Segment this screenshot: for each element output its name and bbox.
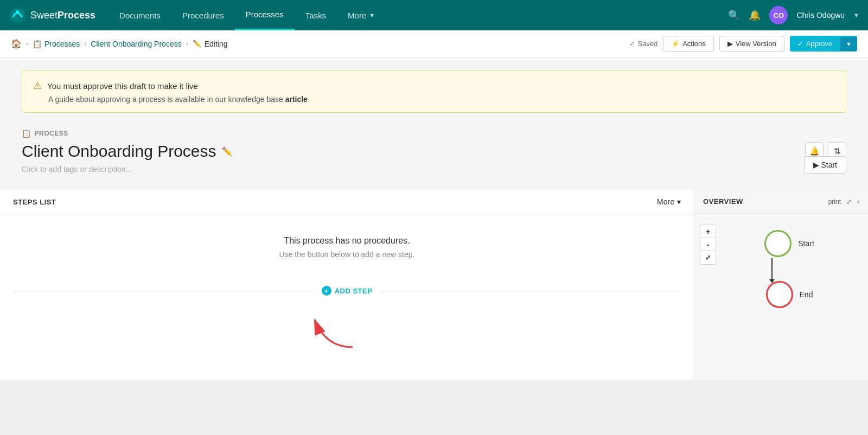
add-step-right-line [381, 291, 681, 291]
end-node: End [766, 281, 813, 308]
nav-more[interactable]: More▼ [337, 0, 386, 30]
overview-fullscreen-button[interactable]: ⤢ [846, 198, 852, 206]
nav-menu: Documents Procedures Processes Tasks Mor… [108, 0, 728, 30]
steps-list-panel: STEPS LIST More ▾ This process has no pr… [0, 190, 694, 380]
overview-header-actions: print ⤢ › [828, 198, 859, 206]
zoom-in-button[interactable]: + [700, 225, 716, 238]
process-header: ⚠ You must approve this draft to make it… [0, 57, 868, 190]
nav-right-section: 🔍 🔔 CO Chris Odogwu ▼ [728, 6, 868, 24]
diagram-connector [772, 257, 773, 281]
steps-empty-subtitle: Use the button below to add a new step. [11, 250, 683, 259]
notifications-button[interactable]: 🔔 [749, 9, 761, 21]
logo[interactable]: SweetProcess [9, 7, 95, 24]
overview-diagram: + - ⤢ Start End [694, 214, 868, 324]
add-step-row: + ADD STEP [0, 275, 694, 306]
nav-documents[interactable]: Documents [108, 0, 171, 30]
steps-more-button[interactable]: More ▾ [657, 197, 681, 206]
nav-tasks[interactable]: Tasks [295, 0, 337, 30]
diagram-nodes: Start End [764, 225, 814, 314]
steps-empty-state: This process has no procedures. Use the … [0, 214, 694, 270]
start-node: Start [764, 230, 814, 257]
breadcrumb-sep-1: › [26, 40, 28, 48]
zoom-out-button[interactable]: - [700, 238, 716, 251]
approve-check-icon: ✓ [797, 40, 803, 48]
steps-list-header: STEPS LIST More ▾ [0, 190, 694, 214]
breadcrumb-sep-3: › [186, 40, 188, 48]
breadcrumb-bar: 🏠 › 📋 Processes › Client Onboarding Proc… [0, 30, 868, 57]
overview-title: OVERVIEW [703, 197, 743, 206]
processes-breadcrumb[interactable]: 📋 Processes [33, 40, 80, 48]
start-label: Start [798, 239, 814, 248]
zoom-fullscreen-button[interactable]: ⤢ [700, 251, 716, 264]
search-button[interactable]: 🔍 [728, 9, 740, 21]
process-title-row: Client Onboarding Process ✏️ 🔔 ⇅ [22, 142, 846, 161]
view-version-icon: ▶ [727, 40, 733, 48]
breadcrumb-editing: ✏️ Editing [193, 40, 228, 48]
home-breadcrumb[interactable]: 🏠 [11, 39, 22, 49]
start-process-button[interactable]: ▶ Start [804, 156, 846, 174]
process-label-icon: 📋 [22, 129, 31, 138]
editing-icon: ✏️ [193, 40, 201, 48]
warning-banner: ⚠ You must approve this draft to make it… [22, 71, 846, 113]
process-title-edit-icon[interactable]: ✏️ [222, 146, 233, 157]
overview-panel: OVERVIEW print ⤢ › + - ⤢ [694, 190, 868, 380]
add-step-left-line [13, 291, 313, 291]
warning-article-link[interactable]: article [285, 95, 308, 104]
add-step-button[interactable]: + ADD STEP [313, 286, 381, 296]
steps-empty-title: This process has no procedures. [11, 236, 683, 246]
end-circle [766, 281, 793, 308]
breadcrumb-actions: ✓ Saved ⚡ Actions ▶ View Version ✓ Appro… [629, 36, 857, 52]
actions-button[interactable]: ⚡ Actions [663, 36, 714, 52]
saved-check-icon: ✓ [629, 40, 635, 48]
process-type-label: 📋 PROCESS [22, 129, 846, 138]
end-label: End [800, 290, 813, 299]
zoom-controls: + - ⤢ [700, 225, 716, 265]
nav-processes[interactable]: Processes [235, 0, 295, 30]
main-content: ⚠ You must approve this draft to make it… [0, 57, 868, 380]
breadcrumb-sep-2: › [84, 40, 86, 48]
add-step-plus-icon: + [322, 286, 331, 296]
svg-point-1 [16, 10, 19, 14]
overview-print-button[interactable]: print [828, 198, 841, 206]
diagram-arrow-line [771, 258, 773, 280]
warning-title: ⚠ You must approve this draft to make it… [33, 80, 835, 92]
breadcrumb: 🏠 › 📋 Processes › Client Onboarding Proc… [11, 39, 629, 49]
process-name-breadcrumb[interactable]: Client Onboarding Process [91, 40, 181, 48]
top-navigation: SweetProcess Documents Procedures Proces… [0, 0, 868, 30]
approve-dropdown-button[interactable]: ▼ [840, 37, 857, 51]
add-step-arrow [282, 304, 369, 353]
overview-header: OVERVIEW print ⤢ › [694, 190, 868, 214]
saved-indicator: ✓ Saved [629, 40, 658, 48]
overview-expand-button[interactable]: › [857, 198, 859, 206]
sweetprocess-logo-icon [9, 7, 26, 24]
user-avatar[interactable]: CO [769, 6, 788, 24]
warning-subtitle: A guide about approving a process is ava… [33, 95, 835, 104]
view-version-button[interactable]: ▶ View Version [719, 36, 784, 52]
steps-overview-section: STEPS LIST More ▾ This process has no pr… [0, 190, 868, 380]
arrow-container [0, 306, 694, 361]
start-circle [764, 230, 792, 257]
approve-button-group: ✓ Approve ▼ [790, 36, 857, 52]
steps-more-chevron-icon: ▾ [677, 197, 681, 206]
steps-list-title: STEPS LIST [13, 198, 56, 206]
lightning-icon: ⚡ [671, 40, 680, 48]
process-title: Client Onboarding Process ✏️ [22, 142, 233, 161]
warning-icon: ⚠ [33, 80, 42, 92]
nav-procedures[interactable]: Procedures [171, 0, 235, 30]
user-name[interactable]: Chris Odogwu [796, 11, 845, 20]
user-menu-chevron: ▼ [853, 12, 859, 18]
processes-breadcrumb-icon: 📋 [33, 40, 42, 48]
approve-main-button[interactable]: ✓ Approve [790, 36, 840, 52]
svg-point-0 [10, 8, 25, 23]
process-description[interactable]: Click to add tags or description... [22, 165, 846, 174]
